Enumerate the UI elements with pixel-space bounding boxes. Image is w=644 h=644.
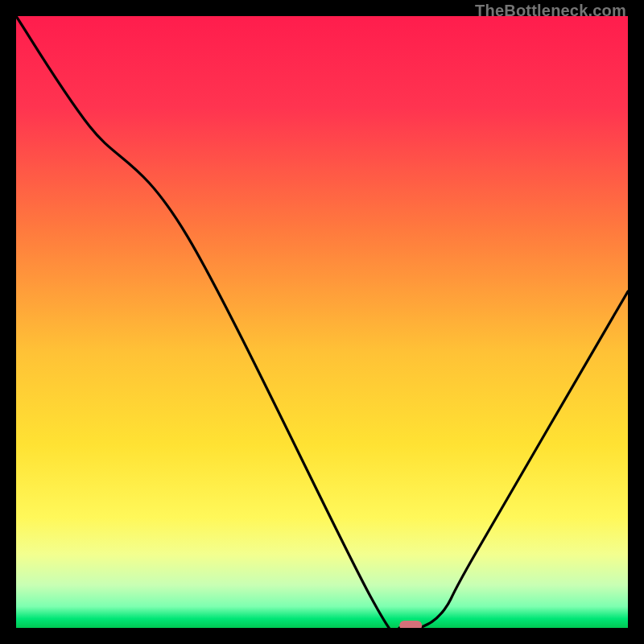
bottleneck-curve	[16, 16, 628, 628]
chart-lines	[16, 16, 628, 628]
chart-frame: TheBottleneck.com	[0, 0, 644, 644]
watermark-text: TheBottleneck.com	[475, 2, 626, 20]
plot-area	[16, 16, 628, 628]
optimal-marker	[399, 621, 422, 628]
